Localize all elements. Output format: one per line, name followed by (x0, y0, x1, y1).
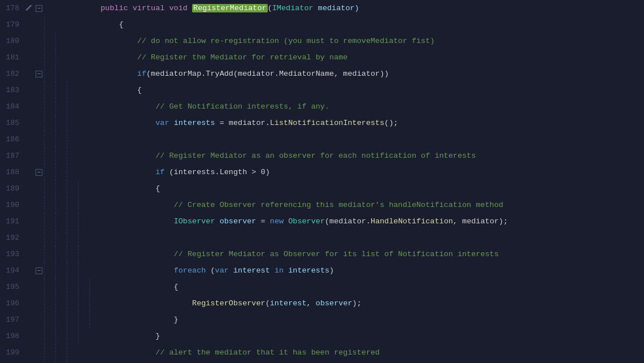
indent-guide (78, 115, 89, 131)
indent-guide (89, 246, 101, 262)
indent-guide (67, 49, 78, 66)
indent-guide (67, 262, 78, 279)
indent-guide (55, 148, 67, 164)
indent-guide (44, 164, 55, 180)
table-row: 181 // Register the Mediator for retriev… (0, 49, 644, 66)
indent-guide (55, 361, 67, 363)
indent-guide (89, 164, 101, 180)
line-number: 197 (0, 316, 24, 324)
code-content: // do not allow re-registration (you mus… (44, 33, 644, 49)
indent-guide (78, 262, 89, 279)
code-content: IObserver observer = new Observer(mediat… (44, 213, 644, 230)
code-text: // Register the Mediator for retrieval b… (101, 49, 347, 66)
indent-guide (67, 16, 78, 33)
indent-guide (44, 328, 55, 344)
indent-guide (78, 16, 89, 33)
code-content (44, 230, 644, 246)
indent-guide (67, 361, 78, 363)
table-row: 182− if(mediatorMap.TryAdd(mediator.Medi… (0, 66, 644, 82)
code-text: // Create Observer referencing this medi… (101, 197, 503, 213)
line-number: 183 (0, 86, 24, 94)
indent-guide (44, 295, 55, 312)
table-row: 192 (0, 230, 644, 246)
indent-guide (44, 115, 55, 131)
table-row: 200 mediator.OnRegister(); (0, 361, 644, 363)
indent-guide (67, 0, 78, 16)
indent-guide (89, 115, 101, 131)
table-row: 185 var interests = mediator.ListNotific… (0, 115, 644, 131)
indent-guide (78, 148, 89, 164)
indent-guide (89, 328, 101, 344)
indent-guide (67, 213, 78, 230)
indent-guide (55, 246, 67, 262)
indent-guide (55, 279, 67, 295)
table-row: 190 // Create Observer referencing this … (0, 197, 644, 213)
table-row: 199 // alert the mediator that it has be… (0, 344, 644, 361)
line-number: 198 (0, 332, 24, 340)
line-number: 189 (0, 184, 24, 193)
indent-guide (78, 230, 89, 246)
indent-guide (78, 361, 89, 363)
code-content: if (interests.Length > 0) (44, 164, 644, 180)
code-content: // alert the mediator that it has been r… (44, 344, 644, 361)
indent-guide (89, 230, 101, 246)
indent-guide (67, 230, 78, 246)
code-text: { (101, 279, 179, 295)
indent-guide (78, 213, 89, 230)
indent-guide (44, 361, 55, 363)
indent-guide (78, 33, 89, 49)
table-row: 178−public virtual void RegisterMediator… (0, 0, 644, 16)
code-content: RegisterObserver(interest, observer); (44, 295, 644, 312)
code-text: // alert the mediator that it has been r… (101, 344, 380, 361)
code-text: foreach (var interest in interests) (101, 262, 334, 279)
indent-guide (44, 148, 55, 164)
fold-button[interactable]: − (34, 169, 44, 176)
indent-guide (44, 344, 55, 361)
code-content: // Register Mediator as Observer for its… (44, 246, 644, 262)
code-text: // do not allow re-registration (you mus… (101, 33, 434, 49)
indent-guide (89, 66, 101, 82)
indent-guide (67, 197, 78, 213)
indent-guide (78, 344, 89, 361)
indent-guide (55, 164, 67, 180)
code-text: public virtual void RegisterMediator(IMe… (101, 0, 359, 16)
indent-guide (78, 279, 89, 295)
code-text: { (101, 180, 160, 197)
indent-guide (78, 131, 89, 148)
code-content: // Create Observer referencing this medi… (44, 197, 644, 213)
table-row: 186 (0, 131, 644, 148)
line-number: 178 (0, 4, 24, 12)
line-number: 187 (0, 152, 24, 160)
code-text: { (101, 16, 124, 33)
indent-guide (89, 197, 101, 213)
line-number: 184 (0, 102, 24, 111)
code-text: if(mediatorMap.TryAdd(mediator.MediatorN… (101, 66, 389, 82)
indent-guide (78, 0, 89, 16)
fold-button[interactable]: − (34, 267, 44, 274)
indent-guide (78, 98, 89, 115)
indent-guide (55, 180, 67, 197)
indent-guide (44, 33, 55, 49)
indent-guide (67, 33, 78, 49)
indent-guide (55, 230, 67, 246)
indent-guide (89, 361, 101, 363)
pen-icon (25, 5, 33, 12)
code-text: // Register Mediator as an observer for … (101, 148, 476, 164)
indent-guide (67, 131, 78, 148)
indent-guide (89, 279, 101, 295)
line-icon (24, 5, 34, 12)
indent-guide (44, 66, 55, 82)
indent-guide (89, 180, 101, 197)
table-row: 180 // do not allow re-registration (you… (0, 33, 644, 49)
indent-guide (89, 295, 101, 312)
indent-guide (55, 66, 67, 82)
indent-guide (67, 180, 78, 197)
indent-guide (78, 246, 89, 262)
code-content: { (44, 82, 644, 98)
fold-button[interactable]: − (34, 71, 44, 77)
indent-guide (78, 49, 89, 66)
indent-guide (67, 66, 78, 82)
indent-guide (55, 82, 67, 98)
fold-button[interactable]: − (34, 5, 44, 12)
line-number: 179 (0, 20, 24, 29)
